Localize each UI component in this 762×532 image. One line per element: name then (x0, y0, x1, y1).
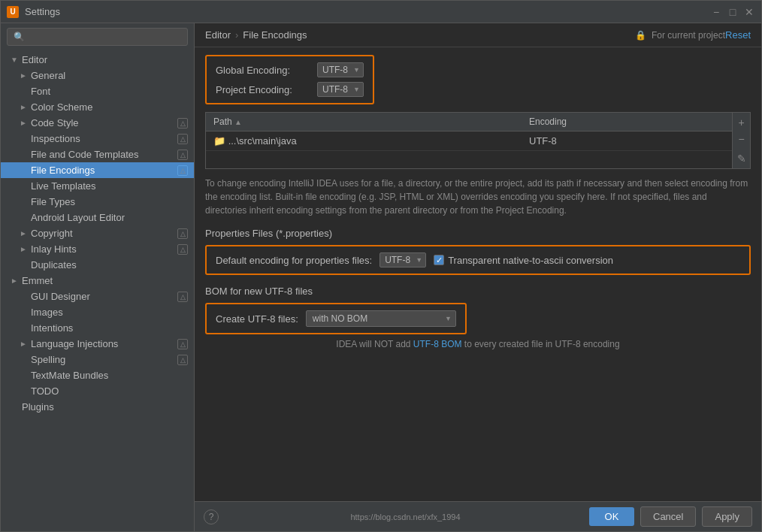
search-box[interactable]: 🔍 (7, 28, 188, 46)
sidebar-item-file-encodings[interactable]: File Encodings △ (1, 162, 194, 178)
fct-badge: △ (177, 150, 188, 160)
properties-encoding-select[interactable]: UTF-8 (379, 252, 426, 268)
main-content: 🔍 Editor General Font (1, 23, 761, 531)
breadcrumb: Editor › File Encodings (205, 29, 626, 41)
arrow-li (19, 340, 28, 349)
table-header-row: Path ▲ Encoding (206, 113, 732, 131)
transparent-checkbox-wrapper[interactable]: ✓ Transparent native-to-ascii conversion (434, 255, 613, 266)
sidebar-item-color-scheme[interactable]: Color Scheme (1, 99, 194, 115)
sidebar-item-file-code-templates[interactable]: File and Code Templates △ (1, 147, 194, 162)
sidebar-item-label: Plugins (22, 401, 54, 413)
encoding-cell: UTF-8 (522, 131, 732, 151)
project-encoding-row: Project Encoding: UTF-8 (216, 82, 364, 97)
li-badge: △ (177, 339, 188, 349)
arrow-fe (19, 166, 28, 175)
right-panel: Editor › File Encodings 🔒 For current pr… (195, 23, 761, 531)
panel-body: Global Encoding: UTF-8 Project Encoding:… (195, 47, 761, 501)
sidebar-item-inspections[interactable]: Inspections △ (1, 131, 194, 147)
apply-button[interactable]: Apply (702, 506, 752, 527)
folder-icon: 📁 (213, 135, 225, 147)
encoding-description: To change encoding IntelliJ IDEA uses fo… (205, 177, 751, 217)
sidebar-item-images[interactable]: Images (1, 304, 194, 320)
inspections-badge: △ (177, 134, 188, 144)
arrow-ale (19, 213, 28, 222)
sidebar-item-label: Inspections (31, 133, 80, 144)
sidebar-item-label: Code Style (31, 117, 79, 128)
sidebar-item-android-layout-editor[interactable]: Android Layout Editor (1, 210, 194, 225)
global-encoding-label: Global Encoding: (216, 65, 317, 76)
sidebar-item-editor[interactable]: Editor (1, 52, 194, 68)
sidebar-item-label: Font (31, 86, 50, 97)
window-controls: − □ ✕ (710, 6, 755, 18)
sidebar-item-intentions[interactable]: Intentions (1, 320, 194, 336)
edit-button[interactable]: ✎ (735, 152, 748, 165)
sidebar-item-label: Editor (22, 54, 47, 65)
global-encoding-select[interactable]: UTF-8 (317, 62, 364, 77)
settings-window: U Settings − □ ✕ 🔍 Editor Gen (0, 0, 762, 532)
sidebar-item-inlay-hints[interactable]: Inlay Hints △ (1, 241, 194, 257)
sidebar-item-label: Duplicates (31, 259, 77, 271)
remove-button[interactable]: − (735, 132, 748, 146)
tree-section: Editor General Font Color Scheme Code St… (1, 50, 194, 416)
fe-badge: △ (177, 165, 188, 176)
sidebar-item-label: Color Scheme (31, 101, 92, 113)
bom-create-label: Create UTF-8 files: (216, 313, 298, 325)
sidebar-item-font[interactable]: Font (1, 83, 194, 99)
bom-select[interactable]: with NO BOM with BOM (306, 310, 456, 327)
sidebar-item-label: Spelling (31, 354, 65, 365)
sort-arrow-icon: ▲ (234, 118, 242, 126)
project-encoding-label: Project Encoding: (216, 84, 317, 95)
sidebar-item-general[interactable]: General (1, 68, 194, 83)
arrow-ih (19, 245, 28, 254)
arrow-fct (19, 150, 28, 159)
sidebar-item-copyright[interactable]: Copyright △ (1, 225, 194, 241)
bom-box: Create UTF-8 files: with NO BOM with BOM (205, 303, 467, 334)
sidebar-item-duplicates[interactable]: Duplicates (1, 257, 194, 273)
breadcrumb-parent: Editor (205, 29, 231, 41)
sidebar-item-label: Copyright (31, 228, 73, 239)
arrow-code-style (19, 119, 28, 128)
sidebar-item-label: File Encodings (31, 165, 95, 176)
ih-badge: △ (177, 244, 188, 255)
help-button[interactable]: ? (204, 509, 219, 524)
sidebar-item-label: Live Templates (31, 180, 95, 192)
sidebar-item-plugins[interactable]: Plugins (1, 399, 194, 415)
titlebar: U Settings − □ ✕ (1, 1, 761, 23)
arrow-font (19, 87, 28, 96)
arrow-gd (19, 292, 28, 301)
path-cell: 📁 ...\src\main\java (206, 131, 522, 151)
arrow-ft (19, 198, 28, 207)
arrow-general (19, 71, 28, 80)
sidebar-item-label: Images (31, 307, 63, 318)
arrow-dup (19, 261, 28, 270)
close-button[interactable]: ✕ (743, 6, 755, 18)
sidebar-item-spelling[interactable]: Spelling △ (1, 352, 194, 367)
arrow-int (19, 324, 28, 333)
sidebar-item-label: Emmet (22, 275, 53, 286)
sidebar-item-code-style[interactable]: Code Style △ (1, 115, 194, 131)
sidebar-item-language-injections[interactable]: Language Injections △ (1, 336, 194, 352)
bom-note: IDEA will NOT add UTF-8 BOM to every cre… (205, 339, 751, 349)
sidebar-item-todo[interactable]: TODO (1, 383, 194, 399)
sidebar-item-file-types[interactable]: File Types (1, 194, 194, 210)
table-row: 📁 ...\src\main\java UTF-8 (206, 131, 732, 151)
sidebar-item-emmet[interactable]: Emmet (1, 273, 194, 289)
minimize-button[interactable]: − (710, 6, 722, 18)
sidebar-item-textmate-bundles[interactable]: TextMate Bundles (1, 367, 194, 383)
arrow-tmb (19, 371, 28, 380)
search-input[interactable] (28, 32, 181, 42)
breadcrumb-separator: › (235, 29, 238, 41)
cancel-button[interactable]: Cancel (640, 506, 696, 527)
add-button[interactable]: + (735, 116, 748, 129)
encoding-section: Global Encoding: UTF-8 Project Encoding:… (205, 55, 374, 104)
sidebar-item-live-templates[interactable]: Live Templates (1, 178, 194, 194)
sidebar-item-label: Intentions (31, 322, 73, 334)
ok-button[interactable]: OK (589, 507, 634, 526)
sidebar-item-gui-designer[interactable]: GUI Designer △ (1, 289, 194, 304)
sidebar-item-label: GUI Designer (31, 291, 90, 302)
reset-button[interactable]: Reset (725, 29, 751, 41)
breadcrumb-current: File Encodings (243, 29, 307, 41)
transparent-checkbox[interactable]: ✓ (434, 255, 444, 265)
project-encoding-select[interactable]: UTF-8 (317, 82, 364, 97)
maximize-button[interactable]: □ (727, 6, 739, 18)
